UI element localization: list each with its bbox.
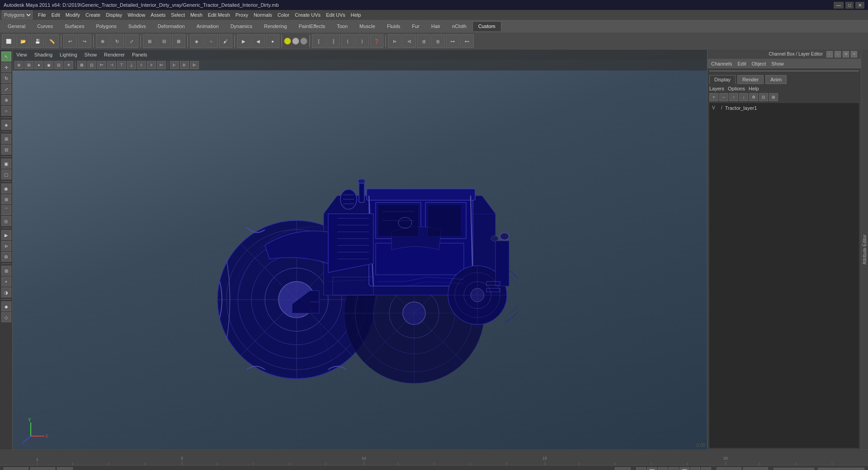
tab-animation[interactable]: Animation — [191, 21, 225, 31]
shelf-icon-scale[interactable]: ⤢ — [125, 34, 138, 48]
vp-smooth2[interactable]: ◉ — [44, 61, 53, 69]
shelf-icon-lasso[interactable]: ○ — [204, 34, 218, 48]
record-btn[interactable]: ⏺ — [701, 467, 711, 470]
layer-tab-display[interactable]: Display — [709, 75, 736, 84]
tab-custom[interactable]: Custom — [472, 21, 501, 31]
render-settings[interactable]: ⚙ — [1, 252, 11, 262]
shelf-icon-extra9[interactable]: ⊵ — [431, 34, 445, 48]
snap-to-grid[interactable]: ⊞ — [1, 194, 11, 204]
vp-extra2[interactable]: ⊪ — [180, 61, 189, 69]
vp-menu-lighting[interactable]: Lighting — [60, 52, 77, 57]
region-select[interactable]: ▣ — [1, 159, 11, 169]
shelf-icon-snap2[interactable]: ⊟ — [157, 34, 171, 48]
close-btn[interactable]: ✕ — [855, 2, 864, 9]
marquee-select[interactable]: ▢ — [1, 169, 11, 179]
shelf-icon-light1[interactable] — [284, 38, 291, 45]
shelf-icon-3[interactable]: 💾 — [31, 34, 44, 48]
cb-tab-show[interactable]: Show — [771, 61, 784, 66]
layer-row-tractor[interactable]: V / Tractor_layer1 — [709, 103, 859, 113]
select-tool[interactable]: ↖ — [1, 52, 11, 61]
timeline-tick-1[interactable]: 1 — [36, 457, 38, 465]
timeline-tick-4[interactable] — [145, 462, 145, 465]
show-manip[interactable]: ◈ — [1, 120, 11, 130]
timeline-tick-18[interactable] — [651, 462, 651, 465]
timeline-tick-5[interactable]: 5 — [181, 456, 183, 465]
range-end-input[interactable] — [743, 467, 768, 470]
shelf-icon-render2[interactable]: ◀ — [251, 34, 265, 48]
vp-menu-panels[interactable]: Panels — [132, 52, 147, 57]
universal-manip[interactable]: ⊕ — [1, 95, 11, 105]
shelf-icon-extra6[interactable]: ⊳ — [388, 34, 401, 48]
keyframe-input[interactable] — [57, 467, 73, 470]
move-tool[interactable]: ✛ — [1, 62, 11, 72]
shelf-icon-2[interactable]: 📂 — [16, 34, 30, 48]
menu-item-proxy[interactable]: Proxy — [236, 12, 248, 18]
vp-texture[interactable]: ⊟ — [54, 61, 63, 69]
play-back-btn[interactable]: ◀ — [658, 467, 668, 470]
timeline-tick-13[interactable] — [470, 462, 471, 465]
shelf-icon-light3[interactable] — [300, 38, 307, 45]
tab-painteffects[interactable]: PaintEffects — [293, 21, 331, 31]
rotate-tool[interactable]: ↻ — [1, 73, 11, 83]
cb-max-btn[interactable]: □ — [835, 51, 841, 57]
menu-item-normals[interactable]: Normals — [254, 12, 272, 18]
shelf-icon-5[interactable]: ↩ — [63, 34, 77, 48]
menu-item-edit-uvs[interactable]: Edit UVs — [326, 12, 345, 18]
menu-item-display[interactable]: Display — [106, 12, 122, 18]
timeline-tick-2[interactable] — [72, 462, 73, 465]
hypershade[interactable]: ◆ — [1, 301, 11, 311]
vp-toggle8[interactable]: ⊧ — [147, 61, 156, 69]
menu-item-help[interactable]: Help — [351, 12, 361, 18]
shelf-icon-extra4[interactable]: ⟩ — [355, 34, 369, 48]
vp-toggle9[interactable]: ⊨ — [157, 61, 166, 69]
timeline-tick-20[interactable]: 20 — [723, 456, 728, 465]
tab-polygons[interactable]: Polygons — [90, 21, 122, 31]
vp-menu-renderer[interactable]: Renderer — [104, 52, 125, 57]
vp-smooth[interactable]: ● — [34, 61, 43, 69]
menu-item-edit-mesh[interactable]: Edit Mesh — [208, 12, 230, 18]
paint-select[interactable]: ⊟ — [1, 145, 11, 155]
shelf-icon-extra2[interactable]: ⟧ — [326, 34, 340, 48]
minimize-btn[interactable]: — — [834, 2, 844, 9]
timeline-tick-9[interactable] — [326, 462, 326, 465]
vp-toggle4[interactable]: ⊣ — [107, 61, 116, 69]
shelf-icon-transform[interactable]: ⊕ — [96, 34, 109, 48]
anim-layer-selector[interactable]: No Anim Layer — [774, 468, 814, 470]
tab-muscle[interactable]: Muscle — [354, 21, 381, 31]
shelf-icon-extra5[interactable]: ❓ — [370, 34, 383, 48]
timeline-tick-3[interactable] — [108, 462, 109, 465]
layer-export-btn[interactable]: ⊡ — [759, 93, 768, 101]
vp-extra3[interactable]: ⊫ — [190, 61, 199, 69]
snap-to-curve[interactable]: ⌒ — [1, 205, 11, 215]
layer-opt-options[interactable]: Options — [728, 86, 745, 91]
timeline-tick-11[interactable] — [398, 462, 398, 465]
cb-tab-edit[interactable]: Edit — [737, 61, 746, 66]
snap-to-view[interactable]: ◎ — [1, 216, 11, 226]
tab-rendering[interactable]: Rendering — [258, 21, 293, 31]
menu-item-mesh[interactable]: Mesh — [190, 12, 203, 18]
render-view[interactable]: ▶ — [1, 230, 11, 240]
viewport[interactable]: View Shading Lighting Show Renderer Pane… — [13, 50, 707, 450]
mode-selector[interactable]: Polygons — [2, 10, 33, 19]
outliner-max-btn[interactable]: □ — [842, 71, 848, 71]
timeline-tick-8[interactable] — [289, 462, 290, 465]
vp-extra1[interactable]: ⊩ — [170, 61, 179, 69]
snap-to-point[interactable]: ◉ — [1, 183, 11, 193]
vp-toggle2[interactable]: ⊡ — [87, 61, 96, 69]
cb-close-btn[interactable]: ✕ — [851, 51, 857, 57]
timeline-tick-23[interactable] — [832, 462, 832, 465]
layer-import-btn[interactable]: ⊞ — [769, 93, 778, 101]
layer-down-btn[interactable]: ↓ — [739, 93, 748, 101]
layer-tab-render[interactable]: Render — [737, 75, 764, 84]
shelf-icon-render3[interactable]: ● — [266, 34, 279, 48]
menu-item-color[interactable]: Color — [278, 12, 289, 18]
tab-hair[interactable]: Hair — [425, 21, 446, 31]
shelf-icon-extra3[interactable]: ⟨ — [341, 34, 354, 48]
vp-toggle5[interactable]: ⊤ — [117, 61, 126, 69]
vp-toggle1[interactable]: ⊠ — [77, 61, 86, 69]
shelf-icon-rotate[interactable]: ↻ — [110, 34, 124, 48]
vp-toggle6[interactable]: ⊥ — [127, 61, 136, 69]
timeline-ruler[interactable]: 1510152024 — [0, 451, 868, 465]
tab-ncloth[interactable]: nCloth — [446, 21, 472, 31]
timeline-tick-19[interactable] — [687, 462, 688, 465]
